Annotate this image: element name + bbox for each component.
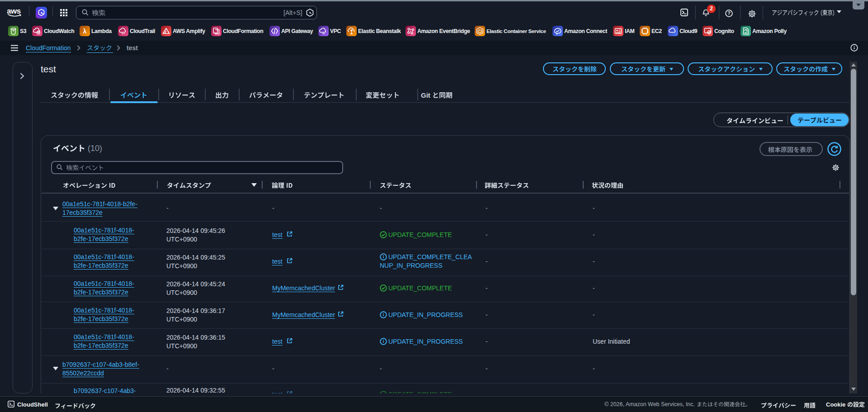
svg-text:aws: aws [7, 7, 21, 15]
svg-text:λ: λ [83, 28, 87, 35]
svg-text:?: ? [727, 10, 731, 16]
